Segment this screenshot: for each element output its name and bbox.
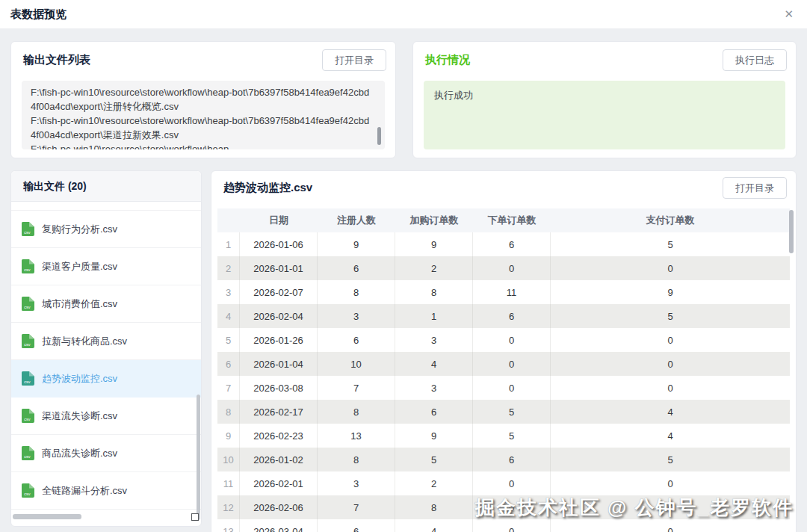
table-cell: 8 xyxy=(318,448,395,471)
file-list: csvcsv复购行为分析.csvcsv渠道客户质量.csvcsv城市消费价值.c… xyxy=(11,201,201,526)
row-index: 3 xyxy=(217,280,240,304)
svg-text:csv: csv xyxy=(24,454,31,459)
table-preview-panel: 趋势波动监控.csv 打开目录 日期注册人数加购订单数下单订单数支付订单数 12… xyxy=(211,170,797,532)
table-cell: 6 xyxy=(318,328,395,352)
dialog-title: 表数据预览 xyxy=(10,0,67,28)
sidebar-scrollbar-corner xyxy=(191,513,199,521)
table-row[interactable]: 62026-01-0410400 xyxy=(217,352,790,376)
sidebar-horizontal-scrollbar-thumb[interactable] xyxy=(13,514,81,519)
table-cell: 9 xyxy=(318,232,395,256)
table-cell: 3 xyxy=(395,376,473,400)
svg-text:csv: csv xyxy=(24,305,31,309)
table-cell: 7 xyxy=(318,495,395,519)
close-icon[interactable]: ✕ xyxy=(784,0,794,28)
file-list-panel-title: 输出文件列表 xyxy=(23,53,90,67)
execution-panel-title: 执行情况 xyxy=(425,53,470,67)
output-file-list-panel: 输出文件列表 打开目录 F:\fish-pc-win10\resource\st… xyxy=(10,41,396,158)
csv-file-icon: csv xyxy=(22,483,34,498)
file-name: 城市消费价值.csv xyxy=(42,297,117,311)
table-cell: 3 xyxy=(318,471,395,495)
row-index: 12 xyxy=(217,495,240,519)
table-cell: 4 xyxy=(551,400,790,424)
file-list-item[interactable]: csv商品流失诊断.csv xyxy=(11,435,201,472)
row-index: 8 xyxy=(217,400,240,424)
dialog-titlebar: 表数据预览 ✕ xyxy=(0,0,807,28)
svg-text:csv: csv xyxy=(24,417,31,421)
table-cell: 2026-01-04 xyxy=(240,352,318,376)
execution-status-message: 执行成功 xyxy=(434,90,473,101)
table-cell: 0 xyxy=(551,328,790,352)
row-index: 5 xyxy=(217,328,240,352)
table-cell: 7 xyxy=(318,376,395,400)
file-list-item[interactable]: csv渠道客户质量.csv xyxy=(11,248,201,285)
file-list-item[interactable]: csv城市消费价值.csv xyxy=(11,285,201,323)
table-cell: 4 xyxy=(395,519,473,532)
table-vertical-scrollbar-thumb[interactable] xyxy=(789,210,794,253)
watermark: 掘金技术社区 @ 公钟号_老罗软件 xyxy=(475,495,794,521)
file-list-item[interactable]: csv xyxy=(11,201,201,211)
table-cell: 2026-01-26 xyxy=(240,328,318,352)
table-cell: 5 xyxy=(551,304,790,328)
table-row[interactable]: 92026-02-2313954 xyxy=(217,424,790,448)
row-index: 6 xyxy=(217,352,240,376)
table-row[interactable]: 52026-01-266300 xyxy=(217,328,790,352)
table-row[interactable]: 82026-02-178654 xyxy=(217,400,790,424)
table-cell: 2026-01-01 xyxy=(240,256,318,280)
file-list-item[interactable]: csv拉新与转化商品.csv xyxy=(11,323,201,360)
table-cell: 5 xyxy=(551,232,790,256)
table-row[interactable]: 22026-01-016200 xyxy=(217,256,790,280)
sidebar-vertical-scrollbar-thumb[interactable] xyxy=(197,395,200,520)
file-path-box[interactable]: F:\fish-pc-win10\resource\store\workflow… xyxy=(22,81,385,149)
column-header: 支付订单数 xyxy=(551,208,790,232)
table-row[interactable]: 12026-01-069965 xyxy=(217,232,790,256)
file-list-item[interactable]: csv渠道流失诊断.csv xyxy=(11,398,201,435)
table-cell: 0 xyxy=(473,328,551,352)
data-table: 日期注册人数加购订单数下单订单数支付订单数 12026-01-069965220… xyxy=(217,208,790,532)
table-body: 12026-01-06996522026-01-01620032026-02-0… xyxy=(217,232,790,532)
row-index: 2 xyxy=(217,256,240,280)
csv-file-icon: csv xyxy=(22,446,34,460)
table-row[interactable]: 72026-03-087300 xyxy=(217,376,790,400)
file-path: F:\fish-pc-win10\resource\store\workflow… xyxy=(31,114,370,142)
column-header: 下单订单数 xyxy=(473,208,551,232)
open-directory-button-main[interactable]: 打开目录 xyxy=(723,177,787,199)
svg-text:csv: csv xyxy=(24,380,31,384)
csv-file-icon: csv xyxy=(22,334,34,348)
table-cell: 0 xyxy=(551,471,790,495)
table-cell: 2026-01-06 xyxy=(240,232,318,256)
table-cell: 0 xyxy=(473,352,551,376)
table-row[interactable]: 102026-01-028565 xyxy=(217,448,790,471)
table-cell: 2026-02-04 xyxy=(240,304,318,328)
execution-log-button[interactable]: 执行日志 xyxy=(723,49,787,71)
table-row[interactable]: 132026-03-046400 xyxy=(217,519,790,532)
table-cell: 5 xyxy=(473,424,551,448)
row-index: 10 xyxy=(217,448,240,471)
table-cell: 8 xyxy=(395,280,473,304)
table-cell: 2026-03-08 xyxy=(240,376,318,400)
table-row[interactable]: 42026-02-043165 xyxy=(217,304,790,328)
file-name: 渠道流失诊断.csv xyxy=(42,409,117,423)
table-cell: 8 xyxy=(318,280,395,304)
row-index: 7 xyxy=(217,376,240,400)
file-path-lines: F:\fish-pc-win10\resource\store\workflow… xyxy=(31,85,370,149)
column-header: 日期 xyxy=(240,208,318,232)
file-list-item[interactable]: csv复购行为分析.csv xyxy=(11,211,201,248)
file-list-item-selected[interactable]: csv趋势波动监控.csv xyxy=(11,360,201,398)
file-name: 复购行为分析.csv xyxy=(42,223,117,236)
path-box-scrollbar-thumb[interactable] xyxy=(377,127,381,145)
table-cell: 6 xyxy=(395,400,473,424)
table-cell: 8 xyxy=(318,400,395,424)
table-row[interactable]: 112026-02-013200 xyxy=(217,471,790,495)
table-row[interactable]: 32026-02-0788119 xyxy=(217,280,790,304)
table-cell: 0 xyxy=(551,352,790,376)
file-list-item[interactable]: csv全链路漏斗分析.csv xyxy=(11,472,201,510)
table-cell: 2026-02-07 xyxy=(240,280,318,304)
open-directory-button[interactable]: 打开目录 xyxy=(322,49,386,71)
table-cell: 2 xyxy=(395,471,473,495)
table-cell: 2026-02-17 xyxy=(240,400,318,424)
table-cell: 0 xyxy=(473,256,551,280)
table-cell: 0 xyxy=(473,471,551,495)
table-cell: 0 xyxy=(473,519,551,532)
table-cell: 2026-02-01 xyxy=(240,471,318,495)
table-cell: 6 xyxy=(473,304,551,328)
